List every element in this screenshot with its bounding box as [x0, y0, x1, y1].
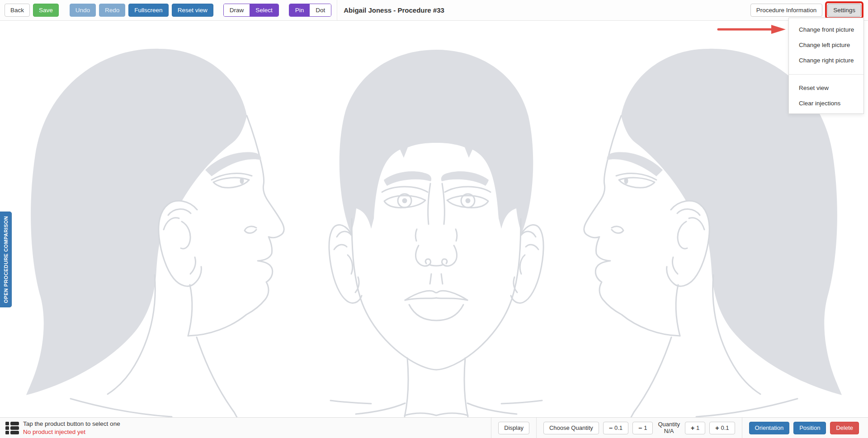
divider: [742, 418, 742, 438]
open-procedure-comparison-tab[interactable]: OPEN PROCEDURE COMPARISON: [0, 212, 12, 307]
delete-button[interactable]: Delete: [830, 422, 859, 434]
menu-divider: [789, 74, 863, 75]
settings-dropdown-menu: Change front picture Change left picture…: [788, 18, 864, 114]
divider: [491, 418, 491, 438]
increase-quantity-0.1-button[interactable]: + 0.1: [709, 422, 735, 434]
menu-item-change-left-picture[interactable]: Change left picture: [789, 37, 863, 52]
product-status-text: No product injected yet: [23, 428, 120, 436]
menu-item-change-front-picture[interactable]: Change front picture: [789, 22, 863, 37]
front-face-illustration[interactable]: [296, 21, 576, 417]
red-arrow-annotation: [716, 24, 787, 35]
dot-mode-button[interactable]: Dot: [310, 4, 331, 16]
menu-item-clear-injections[interactable]: Clear injections: [789, 95, 863, 111]
choose-quantity-button[interactable]: Choose Quantity: [543, 422, 599, 434]
position-button[interactable]: Position: [793, 422, 826, 434]
pin-mode-button[interactable]: Pin: [289, 4, 310, 16]
left-profile-face-illustration[interactable]: [4, 21, 297, 417]
plus-icon: +: [715, 425, 719, 431]
reset-view-button[interactable]: Reset view: [172, 4, 213, 17]
select-mode-button[interactable]: Select: [250, 4, 278, 16]
menu-item-change-right-picture[interactable]: Change right picture: [789, 52, 863, 68]
quantity-value: N/A: [658, 428, 679, 435]
save-button[interactable]: Save: [33, 4, 59, 17]
product-list-icon[interactable]: [5, 422, 19, 434]
settings-highlight-annotation: Settings: [825, 1, 863, 19]
increase-quantity-1-button[interactable]: + 1: [685, 422, 705, 434]
procedure-app: Back Save Undo Redo Fullscreen Reset vie…: [0, 0, 868, 438]
page-title: Abigail Joness - Procedure #33: [344, 6, 444, 14]
decrease-quantity-0.1-button[interactable]: − 0.1: [603, 422, 628, 434]
settings-button[interactable]: Settings: [827, 4, 861, 17]
minus-icon: −: [609, 425, 613, 431]
menu-item-reset-view[interactable]: Reset view: [789, 80, 863, 95]
divider: [536, 418, 537, 438]
undo-button[interactable]: Undo: [70, 4, 96, 17]
bottom-controls: Display Choose Quantity − 0.1 − 1 Quanti…: [488, 418, 859, 438]
orientation-button[interactable]: Orientation: [749, 422, 790, 434]
procedure-information-button[interactable]: Procedure Information: [750, 4, 823, 17]
quantity-label: Quantity: [658, 421, 679, 428]
injection-canvas[interactable]: OPEN PROCEDURE COMPARISON: [0, 21, 868, 417]
display-button[interactable]: Display: [498, 422, 529, 434]
draw-mode-button[interactable]: Draw: [224, 4, 250, 16]
minus-icon: −: [638, 425, 642, 431]
fullscreen-button[interactable]: Fullscreen: [128, 4, 168, 17]
product-messages: Tap the product button to select one No …: [23, 420, 120, 436]
toolbar-divider: [337, 0, 337, 20]
pin-dot-toggle: Pin Dot: [289, 4, 332, 17]
back-button[interactable]: Back: [5, 4, 30, 17]
product-hint-text: Tap the product button to select one: [23, 420, 120, 428]
draw-select-toggle: Draw Select: [223, 4, 279, 17]
decrease-quantity-1-button[interactable]: − 1: [632, 422, 653, 434]
quantity-readout: Quantity N/A: [658, 421, 679, 435]
bottom-toolbar: Tap the product button to select one No …: [0, 417, 868, 438]
redo-button[interactable]: Redo: [99, 4, 125, 17]
toolbar-right-group: Procedure Information Settings: [750, 1, 863, 19]
plus-icon: +: [691, 425, 694, 431]
open-procedure-comparison-label: OPEN PROCEDURE COMPARISON: [3, 216, 9, 303]
top-toolbar: Back Save Undo Redo Fullscreen Reset vie…: [0, 0, 868, 21]
